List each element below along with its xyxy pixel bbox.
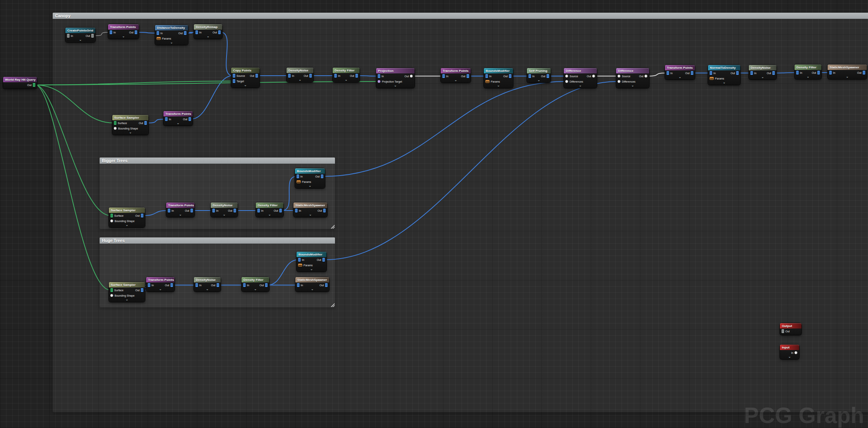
multi-data-pin-icon[interactable] bbox=[309, 74, 312, 78]
multi-data-pin-icon[interactable] bbox=[110, 30, 112, 34]
input-pin-params[interactable]: Params bbox=[710, 77, 724, 80]
input-pin-in[interactable]: In bbox=[297, 283, 303, 287]
multi-data-pin-icon[interactable] bbox=[233, 79, 235, 83]
node-df2[interactable]: Density FilterInOut⌄ bbox=[795, 65, 821, 79]
node-sms1[interactable]: StaticMeshSpawnerInOut⌄ bbox=[828, 65, 867, 79]
multi-data-pin-icon[interactable] bbox=[157, 31, 159, 35]
single-data-pin-icon[interactable] bbox=[645, 75, 648, 78]
single-data-pin-icon[interactable] bbox=[565, 80, 568, 83]
multi-data-pin-icon[interactable] bbox=[144, 121, 147, 125]
multi-data-pin-icon[interactable] bbox=[288, 74, 291, 78]
node-output[interactable]: OutputOut bbox=[780, 323, 801, 335]
multi-data-pin-icon[interactable] bbox=[233, 209, 236, 212]
collapse-chevron-icon[interactable]: ⌄ bbox=[295, 184, 325, 188]
input-pin-surface[interactable]: Surface bbox=[114, 121, 127, 125]
input-pin-differences[interactable]: Differences bbox=[565, 80, 583, 83]
node-bm2[interactable]: BoundsModifierInOutParams⌄ bbox=[295, 168, 325, 188]
collapse-chevron-icon[interactable]: ⌄ bbox=[231, 84, 260, 88]
node-ss1[interactable]: Surface SamplerSurfaceOutBounding Shape⌄ bbox=[112, 115, 148, 135]
collapse-chevron-icon[interactable]: ⌄ bbox=[441, 79, 471, 83]
multi-data-pin-icon[interactable] bbox=[772, 71, 775, 75]
input-pin-in[interactable]: In bbox=[442, 74, 448, 78]
input-pin-in[interactable]: In bbox=[195, 30, 202, 34]
output-pin-out[interactable]: Out bbox=[86, 34, 94, 38]
single-data-pin-icon[interactable] bbox=[618, 80, 621, 83]
input-pin-in[interactable]: In bbox=[288, 74, 294, 78]
input-pin-source[interactable]: Source bbox=[565, 75, 578, 78]
multi-data-pin-icon[interactable] bbox=[212, 209, 215, 212]
multi-data-pin-icon[interactable] bbox=[265, 283, 268, 287]
input-pin-params[interactable]: Params bbox=[157, 37, 171, 40]
output-pin-out[interactable]: Out bbox=[165, 283, 173, 287]
multi-data-pin-icon[interactable] bbox=[297, 174, 299, 178]
output-pin-out[interactable]: Out bbox=[320, 283, 328, 287]
params-pin-icon[interactable] bbox=[298, 264, 302, 267]
collapse-chevron-icon[interactable]: ⌄ bbox=[795, 75, 821, 79]
multi-data-pin-icon[interactable] bbox=[110, 214, 113, 217]
input-pin-in[interactable]: In bbox=[257, 209, 263, 212]
output-pin-out[interactable]: Out bbox=[639, 75, 648, 78]
multi-data-pin-icon[interactable] bbox=[528, 74, 531, 78]
multi-data-pin-icon[interactable] bbox=[141, 214, 143, 217]
output-pin-out[interactable]: Out bbox=[461, 74, 469, 78]
input-pin-in[interactable]: In bbox=[67, 34, 73, 38]
input-pin-in[interactable]: In bbox=[295, 209, 301, 212]
multi-data-pin-icon[interactable] bbox=[188, 117, 191, 121]
multi-data-pin-icon[interactable] bbox=[255, 74, 258, 78]
input-pin-in[interactable]: In bbox=[666, 71, 673, 75]
output-pin-out[interactable]: Out bbox=[213, 30, 221, 34]
multi-data-pin-icon[interactable] bbox=[195, 283, 198, 287]
node-diff1[interactable]: DifferenceSourceOutDifferences⌄ bbox=[564, 68, 597, 88]
multi-data-pin-icon[interactable] bbox=[355, 74, 358, 78]
input-pin-in[interactable]: In bbox=[148, 283, 154, 287]
output-pin-out[interactable]: Out bbox=[685, 71, 693, 75]
output-pin-out[interactable]: Out bbox=[135, 214, 143, 217]
node-tp4[interactable]: Transform PointsInOut⌄ bbox=[163, 111, 193, 126]
input-pin-in[interactable]: In bbox=[710, 71, 716, 75]
output-pin-out[interactable]: Out bbox=[503, 74, 511, 78]
node-dn2[interactable]: DensityNoiseInOut⌄ bbox=[749, 65, 776, 80]
collapse-chevron-icon[interactable]: ⌄ bbox=[527, 79, 551, 83]
collapse-chevron-icon[interactable]: ⌄ bbox=[287, 78, 313, 82]
input-pin-in[interactable]: In bbox=[157, 31, 163, 35]
multi-data-pin-icon[interactable] bbox=[165, 117, 168, 121]
multi-data-pin-icon[interactable] bbox=[110, 288, 113, 292]
multi-data-pin-icon[interactable] bbox=[279, 209, 282, 212]
output-pin-out[interactable]: Out bbox=[139, 121, 147, 125]
collapse-chevron-icon[interactable]: ⌄ bbox=[376, 84, 415, 88]
single-data-pin-icon[interactable] bbox=[110, 219, 113, 222]
multi-data-pin-icon[interactable] bbox=[442, 74, 445, 78]
node-n2d[interactable]: NormalToDensityInOutParams⌄ bbox=[708, 65, 740, 85]
input-pin-source[interactable]: Source bbox=[233, 74, 245, 78]
multi-data-pin-icon[interactable] bbox=[170, 283, 173, 287]
node-tp2[interactable]: Transform PointsInOut⌄ bbox=[441, 68, 471, 83]
output-pin-out[interactable]: Out bbox=[812, 71, 820, 75]
wire-diff2-to-tp3[interactable] bbox=[648, 73, 666, 76]
multi-data-pin-icon[interactable] bbox=[322, 258, 325, 262]
multi-data-pin-icon[interactable] bbox=[135, 30, 137, 34]
multi-data-pin-icon[interactable] bbox=[546, 74, 549, 78]
multi-data-pin-icon[interactable] bbox=[218, 30, 221, 34]
multi-data-pin-icon[interactable] bbox=[781, 329, 784, 333]
input-pin-in[interactable]: In bbox=[378, 74, 384, 78]
wire-tp1-to-d2d[interactable] bbox=[137, 32, 157, 33]
node-bm1[interactable]: BoundsModifierInOutParams⌄ bbox=[484, 68, 513, 88]
input-pin-surface[interactable]: Surface bbox=[110, 214, 123, 217]
output-pin-out[interactable]: Out bbox=[315, 174, 323, 178]
input-pin-params[interactable]: Params bbox=[297, 180, 311, 183]
input-pin-in[interactable]: In bbox=[334, 74, 340, 78]
collapse-chevron-icon[interactable]: ⌄ bbox=[194, 35, 222, 39]
single-data-pin-icon[interactable] bbox=[110, 294, 113, 297]
node-sms3[interactable]: StaticMeshSpawnerInOut⌄ bbox=[295, 277, 329, 292]
input-pin-source[interactable]: Source bbox=[618, 75, 630, 78]
input-pin-in[interactable]: In bbox=[195, 283, 202, 287]
input-pin-projection-target[interactable]: Projection Target bbox=[378, 80, 402, 83]
input-pin-in[interactable]: In bbox=[796, 71, 802, 75]
input-pin-in[interactable]: In bbox=[485, 74, 491, 78]
single-data-pin-icon[interactable] bbox=[565, 75, 568, 78]
collapse-chevron-icon[interactable]: ⌄ bbox=[211, 213, 238, 217]
multi-data-pin-icon[interactable] bbox=[485, 74, 488, 78]
output-pin-out[interactable]: Out bbox=[317, 258, 325, 262]
node-df3[interactable]: Density FilterInOut⌄ bbox=[256, 202, 283, 217]
multi-data-pin-icon[interactable] bbox=[195, 30, 198, 34]
